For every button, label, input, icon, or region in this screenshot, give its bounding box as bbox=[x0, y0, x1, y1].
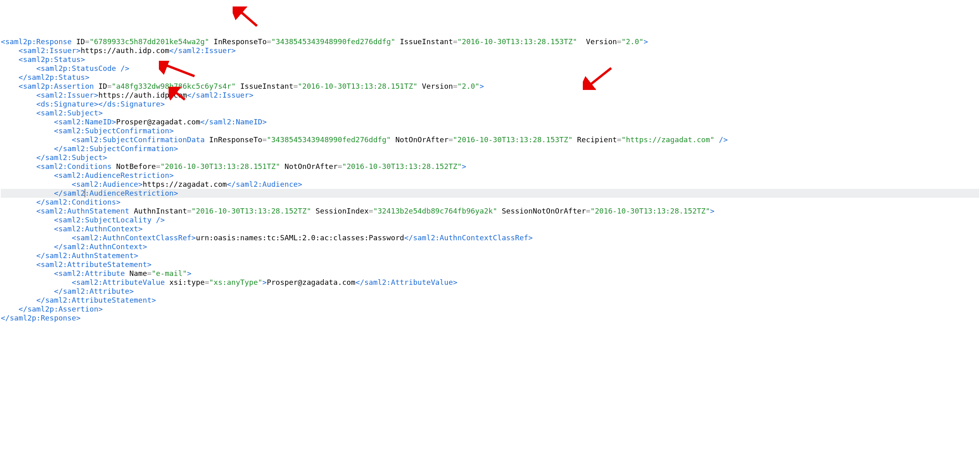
code-block: <saml2p:Response ID="6789933c5h87dd201ke… bbox=[1, 37, 979, 323]
svg-line-0 bbox=[238, 10, 257, 26]
highlighted-line: </saml2:AudienceRestriction> bbox=[1, 189, 979, 198]
arrow-icon bbox=[233, 6, 261, 28]
